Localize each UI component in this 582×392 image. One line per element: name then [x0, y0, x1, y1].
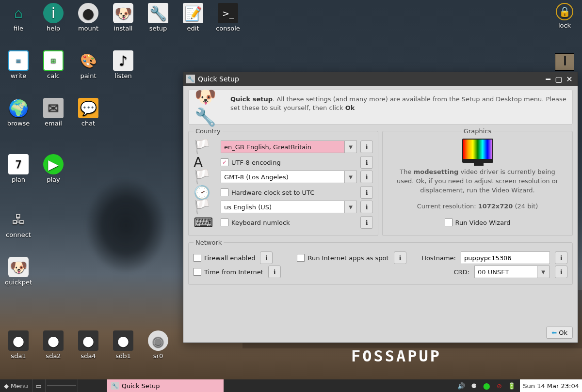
timezone-info-button[interactable]: ℹ	[360, 171, 373, 183]
desktop-1[interactable]	[47, 385, 62, 386]
hwclock-info-button[interactable]: ℹ	[360, 186, 373, 199]
connect-icon[interactable]: 🖧connect	[3, 209, 34, 238]
edit-icon[interactable]: 📝edit	[178, 3, 209, 32]
titlebar[interactable]: 🔧 Quick Setup ━ ▢ ✕	[183, 72, 578, 86]
help-icon[interactable]: ihelp	[38, 3, 69, 32]
label: edit	[178, 25, 209, 32]
hostname-info-button[interactable]: ℹ	[555, 251, 567, 264]
numlock-checkbox[interactable]: Keyboard numlock	[221, 219, 357, 226]
label: paint	[73, 72, 104, 79]
battery-icon[interactable]: 🔋	[507, 382, 516, 390]
utf8-info-button[interactable]: ℹ	[360, 156, 373, 169]
graphics-legend: Graphics	[462, 127, 493, 135]
hwclock-label: Hardware clock set to UTC	[231, 189, 314, 196]
country-legend: Country	[194, 127, 223, 135]
label: play	[38, 176, 69, 183]
chevron-down-icon[interactable]: ▼	[344, 201, 357, 213]
virtual-desktops[interactable]	[46, 379, 78, 392]
locale-select[interactable]: en_GB English, GreatBritain▼	[221, 141, 345, 153]
drive-sr0[interactable]: ◉sr0	[143, 330, 174, 360]
system-tray: 🔊 ⚈ ⬤ ⊘ 🔋	[453, 379, 520, 392]
keyboard-select[interactable]: us English (US)▼	[221, 201, 345, 213]
install-icon[interactable]: 🐶install	[108, 3, 139, 32]
label: console	[212, 25, 243, 32]
utf8-label: UTF-8 encoding	[231, 159, 281, 166]
write-icon[interactable]: ≡write	[3, 50, 34, 79]
timeinternet-checkbox[interactable]: Time from Internet	[194, 268, 263, 276]
listen-icon[interactable]: ♪listen	[108, 50, 139, 79]
console-icon[interactable]: >_console	[212, 3, 243, 32]
chevron-down-icon[interactable]: ▼	[537, 266, 550, 278]
firewall-checkbox[interactable]: Firewall enabled	[194, 254, 255, 262]
chat-icon[interactable]: 💬chat	[73, 98, 104, 127]
email-icon[interactable]: ✉email	[38, 98, 69, 127]
drive-sda2[interactable]: ●sda2	[38, 330, 69, 360]
paint-icon[interactable]: 🎨paint	[73, 50, 104, 79]
utf8-checkbox[interactable]: ✓UTF-8 encoding	[221, 158, 357, 166]
firewall-tray-icon[interactable]: ⊘	[495, 382, 503, 390]
network-tray-icon[interactable]: ⚈	[469, 382, 478, 390]
calc-icon[interactable]: ⊞calc	[38, 50, 69, 79]
quickpet-icon[interactable]: 🐶quickpet	[3, 257, 34, 286]
puppy-logo-icon: 🐶🔧	[194, 95, 224, 119]
minimize-button[interactable]: ━	[543, 74, 553, 84]
play-icon[interactable]: ▶play	[38, 154, 69, 183]
label: mount	[73, 25, 104, 32]
label: sr0	[143, 352, 174, 360]
setup-icon[interactable]: 🔧setup	[143, 3, 174, 32]
timezone-icon: 🏳️🕑	[194, 173, 217, 196]
crd-info-button[interactable]: ℹ	[555, 266, 567, 278]
lock-icon[interactable]: 🔒lock	[549, 3, 580, 29]
timezone-select[interactable]: GMT-8 (Los Angeles)▼	[221, 171, 345, 183]
spot-checkbox[interactable]: Run Internet apps as spot	[297, 254, 388, 262]
monitor-icon	[462, 139, 493, 163]
window-title: Quick Setup	[198, 75, 239, 83]
label: help	[38, 25, 69, 32]
show-desktop-button[interactable]: ▭	[32, 379, 46, 392]
mount-icon[interactable]: ●mount	[73, 3, 104, 32]
desktop-2[interactable]	[62, 385, 76, 386]
chevron-down-icon[interactable]: ▼	[344, 171, 357, 183]
spot-info-button[interactable]: ℹ	[394, 251, 406, 264]
browse-icon[interactable]: 🌍browse	[3, 98, 34, 127]
menu-button[interactable]: ◆ Menu	[0, 379, 32, 392]
hostname-label: Hostname:	[421, 254, 456, 262]
drive-sdb1[interactable]: ●sdb1	[108, 330, 139, 360]
back-arrow-icon: ⬅	[551, 329, 557, 336]
network-group: Network Firewall enabled ℹ Run Internet …	[188, 239, 573, 285]
maximize-button[interactable]: ▢	[553, 74, 564, 84]
clock[interactable]: Sun 14 Mar 23:04	[520, 379, 582, 392]
label: calc	[38, 72, 69, 79]
task-quick-setup[interactable]: 🔧Quick Setup	[107, 379, 224, 392]
hostname-input[interactable]	[461, 251, 550, 264]
res-label: Current resolution:	[417, 203, 478, 210]
window-icon: 🔧	[186, 75, 195, 83]
video-wizard-checkbox[interactable]: Run Video Wizard	[388, 219, 567, 226]
numlock-info-button[interactable]: ℹ	[360, 216, 373, 229]
ok-button[interactable]: ⬅ Ok	[546, 327, 573, 339]
label: quickpet	[3, 279, 34, 286]
hwclock-checkbox[interactable]: Hardware clock set to UTC	[221, 188, 357, 196]
chevron-down-icon[interactable]: ▼	[344, 141, 357, 153]
crd-label: CRD:	[454, 268, 470, 276]
locale-info-button[interactable]: ℹ	[360, 141, 373, 153]
plan-icon[interactable]: 7plan	[3, 154, 34, 183]
drive-sda1[interactable]: ●sda1	[3, 330, 34, 360]
network-legend: Network	[194, 239, 224, 246]
volume-icon[interactable]: 🔊	[457, 382, 466, 390]
label: browse	[3, 120, 34, 127]
firewall-info-button[interactable]: ℹ	[260, 251, 273, 264]
file-icon[interactable]: ⌂file	[3, 3, 34, 32]
label: sdb1	[108, 352, 139, 360]
label: email	[38, 120, 69, 127]
timeinternet-info-button[interactable]: ℹ	[268, 266, 281, 278]
storage-icon[interactable]: ⬤	[482, 382, 491, 390]
label: install	[108, 25, 139, 32]
label: lock	[549, 22, 580, 29]
quick-setup-window: 🔧 Quick Setup ━ ▢ ✕ 🐶🔧 Quick setup. All …	[183, 72, 578, 343]
drive-sda4[interactable]: ●sda4	[73, 330, 104, 360]
keyboard-info-button[interactable]: ℹ	[360, 201, 373, 213]
label: write	[3, 72, 34, 79]
crd-select[interactable]: 00 UNSET▼	[474, 266, 537, 278]
close-button[interactable]: ✕	[564, 74, 575, 84]
